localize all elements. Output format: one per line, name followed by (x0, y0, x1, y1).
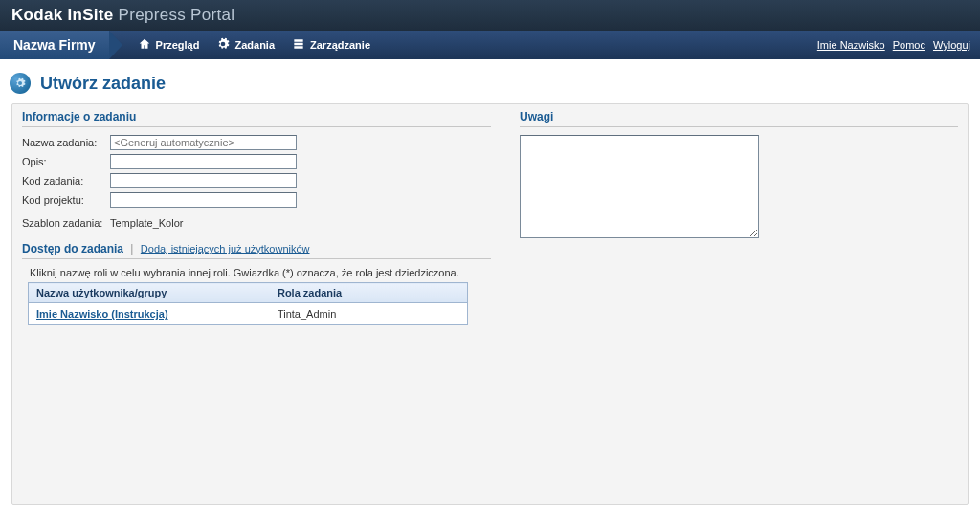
app-header: Kodak InSite Prepress Portal (0, 0, 980, 31)
notes-textarea[interactable] (520, 135, 759, 238)
separator: | (130, 242, 133, 255)
content-panel: Informacje o zadaniu Nazwa zadania: Opis… (11, 103, 969, 505)
add-users-link[interactable]: Dodaj istniejących już użytkowników (141, 243, 310, 254)
nav-jobs[interactable]: Zadania (216, 37, 275, 53)
company-name: Nazwa Firmy (0, 31, 109, 59)
page-title: Utwórz zadanie (40, 74, 166, 94)
nav-overview[interactable]: Przegląd (138, 37, 200, 53)
nav-admin-label: Zarządzanie (310, 39, 370, 51)
section-access-title: Dostęp do zadania | Dodaj istniejących j… (22, 242, 491, 259)
home-icon (138, 37, 151, 53)
section-job-info-title: Informacje o zadaniu (22, 110, 491, 127)
desc-input[interactable] (110, 154, 297, 169)
job-code-label: Kod zadania: (22, 175, 110, 187)
access-col-user: Nazwa użytkownika/grupy (29, 283, 270, 303)
page-subheader: Utwórz zadanie (0, 59, 980, 103)
access-hint: Kliknij nazwę roli w celu wybrania innej… (30, 267, 491, 278)
brand-part1: Kodak InSite (11, 6, 114, 24)
project-code-input[interactable] (110, 192, 297, 208)
section-notes-title: Uwagi (520, 110, 958, 127)
nav-overview-label: Przegląd (156, 39, 200, 51)
job-name-input[interactable] (110, 135, 297, 150)
nav-jobs-label: Zadania (234, 39, 275, 51)
nav-logout-link[interactable]: Wyloguj (933, 39, 970, 51)
access-user-link[interactable]: Imie Nazwisko (Instrukcja) (36, 308, 168, 320)
tasks-icon (292, 37, 305, 53)
access-table: Nazwa użytkownika/grupy Rola zadania Imi… (28, 282, 468, 325)
template-label: Szablon zadania: (22, 217, 110, 229)
nav-help-link[interactable]: Pomoc (893, 39, 925, 51)
brand-text: Kodak InSite Prepress Portal (11, 6, 234, 25)
desc-label: Opis: (22, 156, 110, 167)
template-value: Template_Kolor (110, 217, 183, 229)
access-role-cell[interactable]: Tinta_Admin (270, 303, 468, 325)
nav-username-link[interactable]: Imie Nazwisko (817, 39, 885, 51)
job-name-label: Nazwa zadania: (22, 137, 110, 148)
page-icon (10, 73, 31, 94)
gear-icon (216, 37, 230, 53)
job-code-input[interactable] (110, 173, 297, 188)
nav-admin[interactable]: Zarządzanie (292, 37, 370, 53)
section-access-label: Dostęp do zadania (22, 242, 123, 255)
brand-part2: Prepress Portal (119, 6, 235, 24)
main-nav: Nazwa Firmy Przegląd Zadania Zarządzanie… (0, 31, 980, 59)
table-row: Imie Nazwisko (Instrukcja) Tinta_Admin (29, 303, 468, 325)
project-code-label: Kod projektu: (22, 194, 110, 206)
access-col-role: Rola zadania (270, 283, 468, 303)
